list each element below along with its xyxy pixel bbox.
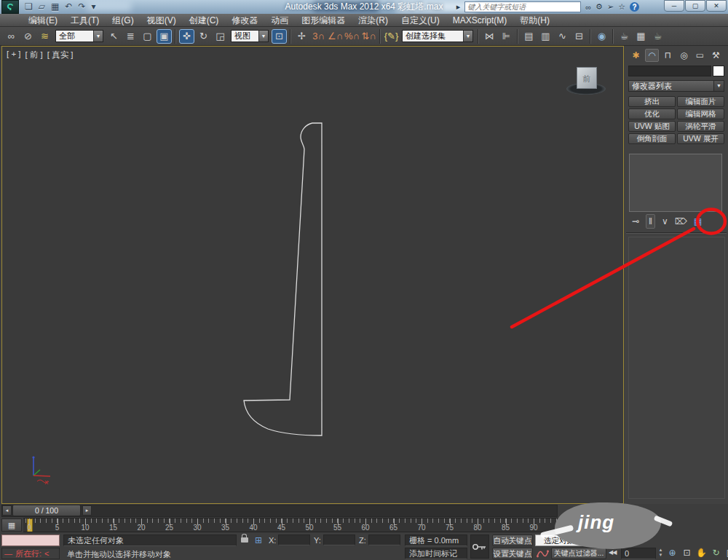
chevron-down-icon[interactable]: ▼ [463, 31, 472, 42]
menu-item-6[interactable]: 动画 [264, 14, 295, 27]
select-and-move-icon[interactable]: ✜ [179, 29, 194, 44]
chevron-down-icon[interactable]: ▼ [258, 31, 268, 42]
angle-snap-toggle-icon[interactable]: ∠∩ [328, 29, 343, 44]
selection-lock-icon[interactable] [241, 537, 248, 543]
select-object-icon[interactable]: ↖ [106, 29, 122, 44]
modifier-button-6[interactable]: 倒角剖面 [628, 133, 676, 144]
zoom-icon[interactable]: ⊕ [667, 547, 678, 559]
spinner-snap-toggle-icon[interactable]: ⇅∩ [361, 29, 376, 44]
toolbar-overflow-icon[interactable]: ▸ [456, 2, 461, 12]
menu-item-9[interactable]: 自定义(U) [395, 14, 446, 27]
open-file-icon[interactable]: ▱ [37, 0, 47, 14]
selection-region-rectangle-icon[interactable]: ▢ [140, 29, 155, 44]
percent-snap-toggle-icon[interactable]: %∩ [344, 29, 360, 44]
close-button[interactable]: ✕ [706, 0, 727, 12]
modifier-button-3[interactable]: 编辑网格 [677, 109, 724, 119]
set-keys-button[interactable] [470, 535, 489, 559]
modifier-button-4[interactable]: UVW 贴图 [628, 121, 676, 132]
chevron-down-icon[interactable]: ▼ [93, 31, 103, 42]
rendered-frame-window-icon[interactable]: ▦ [633, 29, 649, 44]
open-mini-curve-editor-button[interactable]: ▦ [1, 518, 22, 532]
schematic-view-icon[interactable]: ⊟ [571, 29, 587, 44]
named-selection-set-dropdown[interactable]: 创建选择集▼ [402, 30, 473, 42]
menu-item-2[interactable]: 组(G) [106, 14, 140, 27]
mirror-icon[interactable]: ⋈ [482, 29, 497, 44]
tab-motion[interactable]: ◎ [677, 49, 691, 62]
new-scene-icon[interactable]: ❏ [23, 0, 34, 14]
menu-item-0[interactable]: 编辑(E) [22, 14, 64, 27]
macro-line-arrow[interactable]: < [44, 548, 49, 559]
menu-item-8[interactable]: 渲染(R) [352, 14, 395, 27]
menu-item-4[interactable]: 创建(C) [183, 14, 226, 27]
favorites-icon[interactable]: ☆ [618, 2, 625, 12]
viewport-front[interactable]: [ + ] [ 前 ] [ 真实 ] 前 x [1, 46, 624, 504]
help-icon[interactable]: ? [630, 2, 639, 12]
menu-item-10[interactable]: MAXScript(M) [446, 14, 514, 27]
remove-modifier-icon[interactable]: ⌦ [675, 215, 687, 228]
select-and-manipulate-icon[interactable]: ✢ [294, 29, 309, 44]
render-production-icon[interactable]: ☕ [650, 29, 665, 44]
orbit-icon[interactable]: ↻ [711, 547, 721, 559]
x-coordinate-field[interactable] [278, 535, 310, 545]
save-file-icon[interactable]: ▦ [50, 0, 60, 14]
scene-explorer-icon[interactable]: ▥ [538, 29, 553, 44]
set-key-button[interactable]: 设置关键点 [492, 548, 533, 559]
previous-frame-button[interactable]: ◂ [2, 505, 12, 516]
show-end-result-icon[interactable]: ‖ [646, 214, 655, 229]
object-name-field[interactable] [628, 66, 711, 76]
object-color-swatch[interactable] [713, 66, 724, 76]
menu-item-5[interactable]: 修改器 [225, 14, 264, 27]
auto-key-button[interactable]: 自动关键点 [492, 535, 533, 546]
modifier-list-dropdown[interactable]: 修改器列表 ▼ [628, 80, 724, 92]
modifier-button-7[interactable]: UVW 展开 [677, 133, 724, 144]
absolute-mode-icon[interactable]: ⊞ [255, 535, 262, 545]
make-unique-icon[interactable]: ∨ [662, 215, 668, 228]
zoom-region-icon[interactable]: ⊡ [681, 547, 692, 559]
pan-view-icon[interactable]: ✋ [696, 547, 707, 559]
current-frame-field[interactable]: 0 [621, 548, 656, 559]
edit-named-selection-sets-icon[interactable]: {✎} [384, 29, 399, 44]
reference-coordinate-dropdown[interactable]: 视图▼ [231, 30, 269, 42]
z-coordinate-field[interactable] [368, 535, 400, 545]
configure-modifier-sets-icon[interactable]: ▦ [694, 215, 702, 228]
select-and-rotate-icon[interactable]: ↻ [196, 29, 211, 44]
app-logo-icon[interactable]: Ϛ [1, 0, 19, 14]
snaps-toggle-icon[interactable]: 3∩ [311, 29, 326, 44]
pin-stack-icon[interactable]: ⊸ [632, 215, 639, 228]
menu-item-7[interactable]: 图形编辑器 [295, 14, 352, 27]
quick-toolbar-dropdown-icon[interactable]: ▾ [90, 0, 97, 14]
menu-item-1[interactable]: 工具(T) [64, 14, 106, 27]
search-binoculars-icon[interactable]: ∞ [585, 3, 591, 12]
modifier-button-5[interactable]: 涡轮平滑 [677, 121, 724, 132]
select-and-scale-icon[interactable]: ◲ [213, 29, 228, 44]
unlink-selection-icon[interactable]: ⊘ [20, 29, 36, 44]
tab-utilities[interactable]: ⚒ [709, 49, 723, 62]
modifier-button-2[interactable]: 优化 [628, 109, 676, 119]
align-icon[interactable]: ⊫ [499, 29, 514, 44]
material-editor-icon[interactable]: ◉ [594, 29, 609, 44]
minimize-button[interactable]: ─ [664, 0, 684, 12]
chevron-down-icon[interactable]: ▼ [713, 81, 724, 91]
y-coordinate-field[interactable] [323, 535, 355, 545]
tab-create[interactable]: ✱ [629, 49, 643, 62]
maxscript-mini-listener[interactable] [1, 535, 60, 546]
curve-editor-icon[interactable]: ∿ [555, 29, 570, 44]
undo-icon[interactable]: ↶ [63, 0, 74, 14]
modifier-button-1[interactable]: 编辑面片 [677, 96, 724, 107]
key-filters-button[interactable]: 关键点过滤器... [551, 548, 606, 559]
time-slider-handle[interactable]: 0 / 100 [12, 505, 81, 516]
frame-spinner[interactable]: ▲▼ [657, 548, 664, 559]
search-input[interactable] [464, 1, 581, 12]
next-frame-button[interactable]: ▸ [82, 505, 92, 516]
subscription-center-icon[interactable]: ⚙ [596, 2, 603, 12]
menu-item-11[interactable]: 帮助(H) [513, 14, 556, 27]
viewcube[interactable]: 前 [566, 67, 607, 96]
select-by-name-icon[interactable]: ≣ [123, 29, 138, 44]
layer-manager-icon[interactable]: ▤ [521, 29, 537, 44]
modifier-stack-list[interactable] [629, 154, 722, 212]
spline-profile-shape[interactable] [2, 47, 625, 505]
tab-display[interactable]: ▭ [693, 49, 707, 62]
redo-icon[interactable]: ↷ [76, 0, 87, 14]
maximize-button[interactable]: ▢ [685, 0, 705, 12]
viewcube-face[interactable]: 前 [577, 67, 597, 89]
